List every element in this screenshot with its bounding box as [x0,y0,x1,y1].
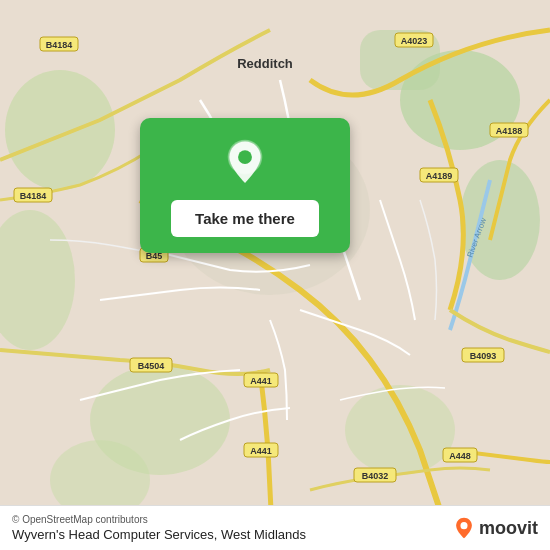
svg-text:Redditch: Redditch [237,56,293,71]
action-card: Take me there [140,118,350,253]
osm-credit: © OpenStreetMap contributors [12,514,306,525]
svg-text:A4189: A4189 [426,171,453,181]
svg-text:A441: A441 [250,376,272,386]
svg-text:B4093: B4093 [470,351,497,361]
svg-point-1 [0,210,75,350]
svg-point-38 [460,522,467,529]
svg-point-0 [5,70,115,190]
svg-text:A448: A448 [449,451,471,461]
take-me-there-button[interactable]: Take me there [171,200,319,237]
location-pin-icon [219,138,271,190]
map-svg: River Arrow [0,0,550,550]
moovit-text: moovit [479,518,538,539]
svg-point-4 [460,160,540,280]
svg-point-7 [345,385,455,475]
svg-text:B4184: B4184 [20,191,47,201]
map-container: River Arrow [0,0,550,550]
svg-text:B4504: B4504 [138,361,165,371]
svg-text:A4023: A4023 [401,36,428,46]
location-name: Wyvern's Head Computer Services, West Mi… [12,527,306,542]
svg-text:A4188: A4188 [496,126,523,136]
bottom-left: © OpenStreetMap contributors Wyvern's He… [12,514,306,542]
moovit-logo: moovit [453,517,538,539]
svg-text:B4184: B4184 [46,40,73,50]
svg-point-37 [238,150,252,164]
svg-text:B4032: B4032 [362,471,389,481]
bottom-bar: © OpenStreetMap contributors Wyvern's He… [0,505,550,550]
moovit-pin-icon [453,517,475,539]
svg-text:A441: A441 [250,446,272,456]
